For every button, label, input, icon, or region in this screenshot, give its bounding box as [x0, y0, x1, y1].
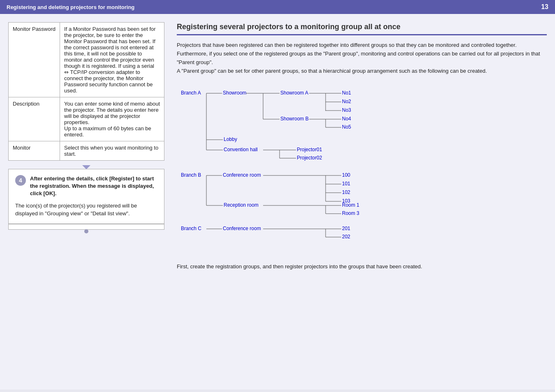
section-title: Registering several projectors to a moni…: [177, 22, 547, 35]
table-label-description: Description: [9, 97, 60, 141]
convention-hall-label: Convention hall: [224, 147, 258, 152]
table-row-monitor-password: Monitor Password If a Monitor Password h…: [9, 23, 164, 97]
showroom-label: Showroom: [223, 90, 246, 96]
page-header: Registering and deleting projectors for …: [0, 0, 555, 14]
branch-c-label: Branch C: [181, 226, 201, 231]
step-header: 4 After entering the details, click [Reg…: [15, 175, 157, 198]
branch-a-label: Branch A: [181, 90, 201, 96]
showroom-a-label: Showroom A: [280, 90, 308, 96]
room1-label: Room 1: [342, 202, 359, 208]
step-number: 4: [15, 175, 26, 186]
table-label-monitor: Monitor: [9, 141, 60, 161]
no4-label: No4: [342, 116, 351, 122]
branch-b-label: Branch B: [181, 172, 201, 178]
table-content-monitor-password: If a Monitor Password has been set for t…: [60, 23, 164, 97]
showroom-b-label: Showroom B: [280, 116, 309, 122]
reception-room-label: Reception room: [224, 202, 259, 208]
step-box-bottom: [8, 224, 164, 230]
header-title: Registering and deleting projectors for …: [7, 4, 134, 10]
room3-label: Room 3: [342, 210, 359, 216]
r100-label: 100: [342, 172, 350, 178]
page-number: 13: [541, 3, 548, 11]
conference-room-b-label: Conference room: [223, 172, 261, 178]
r101-label: 101: [342, 181, 350, 187]
table-row-description: Description You can enter some kind of m…: [9, 97, 164, 141]
conference-room-c-label: Conference room: [223, 226, 261, 231]
left-column: Monitor Password If a Monitor Password h…: [8, 22, 164, 381]
step-body: The icon(s) of the projector(s) you regi…: [15, 202, 157, 218]
right-column: Registering several projectors to a moni…: [177, 22, 547, 381]
lobby-label: Lobby: [224, 136, 237, 142]
no3-label: No3: [342, 107, 351, 113]
info-table: Monitor Password If a Monitor Password h…: [8, 22, 164, 161]
r201-label: 201: [342, 226, 350, 231]
section-intro: Projectors that have been registered can…: [177, 41, 547, 75]
no5-label: No5: [342, 124, 351, 130]
section-footer: First, create the registration groups, a…: [177, 263, 547, 271]
projector02-label: Projector02: [297, 155, 322, 161]
page-content: Monitor Password If a Monitor Password h…: [0, 14, 555, 390]
r202-label: 202: [342, 234, 350, 240]
no2-label: No2: [342, 99, 351, 104]
step-title: After entering the details, click [Regis…: [30, 175, 157, 198]
tree-diagram: .tree-text { font-family: Arial, sans-se…: [177, 82, 547, 256]
table-row-monitor: Monitor Select this when you want monito…: [9, 141, 164, 161]
table-content-monitor: Select this when you want monitoring to …: [60, 141, 164, 161]
no1-label: No1: [342, 90, 351, 96]
r102-label: 102: [342, 189, 350, 195]
table-content-description: You can enter some kind of memo about th…: [60, 97, 164, 141]
tree-svg: .tree-text { font-family: Arial, sans-se…: [177, 82, 432, 255]
table-label-monitor-password: Monitor Password: [9, 23, 60, 97]
step-box: 4 After entering the details, click [Reg…: [8, 169, 164, 224]
projector01-label: Projector01: [297, 147, 322, 152]
